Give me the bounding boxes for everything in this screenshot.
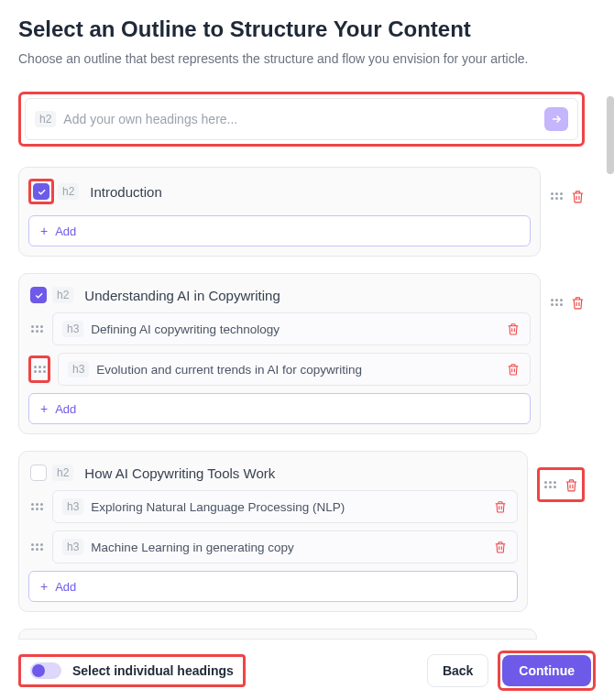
sub-heading-field[interactable]: h3Defining AI copywriting technology (52, 312, 531, 345)
section-title: Understanding AI in Copywriting (84, 288, 280, 303)
plus-icon: + (40, 224, 48, 238)
individual-headings-toggle[interactable] (30, 662, 61, 679)
section-row: h2Introduction+Add (18, 167, 585, 257)
sub-heading-field[interactable]: h3Exploring Natural Language Processing … (52, 490, 518, 523)
drag-highlight (28, 355, 50, 383)
outline-card: h2Introduction+Add (18, 167, 541, 257)
sub-heading-text: Exploring Natural Language Processing (N… (91, 500, 493, 514)
card-header: h2Introduction (28, 177, 531, 212)
checkbox-highlight (28, 285, 49, 305)
outline-card: h2Understanding AI in Copywritingh3Defin… (18, 273, 541, 434)
drag-handle-icon[interactable] (550, 295, 563, 310)
delete-sub-button[interactable] (506, 322, 521, 336)
add-heading-button[interactable]: +Add (28, 393, 531, 424)
sub-heading-text: Defining AI copywriting technology (91, 323, 506, 336)
drag-highlight (28, 498, 45, 516)
heading-level-tag: h3 (62, 498, 83, 515)
heading-input-placeholder: Add your own headings here... (63, 112, 539, 126)
checkbox-highlight (28, 463, 49, 483)
plus-icon: + (40, 401, 48, 416)
section-side-controls (550, 167, 585, 203)
drag-handle-icon[interactable] (30, 322, 43, 336)
section-row: h2Understanding AI in Copywritingh3Defin… (18, 273, 585, 434)
drag-handle-icon[interactable] (33, 362, 46, 377)
submit-heading-button[interactable] (544, 107, 568, 131)
page-title: Select an Outline to Structure Your Cont… (18, 16, 596, 42)
back-button[interactable]: Back (427, 654, 488, 687)
outline-card: h2How AI Copywriting Tools Workh3Explori… (18, 451, 528, 612)
add-label: Add (55, 580, 76, 594)
delete-section-button[interactable] (564, 477, 578, 492)
add-label: Add (55, 224, 76, 238)
heading-input-highlight: h2 Add your own headings here... (18, 92, 585, 147)
heading-level-tag: h2 (52, 287, 73, 303)
section-side-controls (550, 273, 585, 310)
drag-handle-icon[interactable] (550, 189, 563, 203)
section-title: Introduction (90, 184, 161, 200)
continue-highlight: Continue (498, 651, 596, 691)
sub-heading-field[interactable]: h3Evolution and current trends in AI for… (58, 353, 531, 386)
section-title: How AI Copywriting Tools Work (84, 465, 275, 481)
sub-heading-text: Evolution and current trends in AI for c… (96, 363, 506, 377)
sub-heading-row: h3Exploring Natural Language Processing … (28, 490, 518, 523)
sub-heading-text: Machine Learning in generating copy (91, 541, 493, 554)
toggle-knob (32, 664, 45, 677)
toggle-highlight: Select individual headings (18, 654, 246, 687)
arrow-right-icon (550, 113, 563, 126)
page-subtitle: Choose an outline that best represents t… (18, 51, 596, 66)
delete-sub-button[interactable] (493, 540, 508, 554)
card-header: h2Understanding AI in Copywriting (28, 283, 531, 312)
sub-heading-row: h3Defining AI copywriting technology (28, 312, 531, 345)
drag-handle-icon[interactable] (30, 499, 43, 514)
heading-level-tag: h2 (58, 183, 79, 200)
add-heading-button[interactable]: +Add (28, 571, 518, 602)
section-checkbox[interactable] (30, 287, 47, 303)
add-label: Add (55, 402, 76, 416)
drag-handle-icon[interactable] (543, 477, 556, 492)
delete-sub-button[interactable] (493, 499, 508, 514)
drag-handle-icon[interactable] (30, 540, 43, 554)
scrollbar-thumb[interactable] (607, 96, 614, 174)
delete-section-button[interactable] (570, 295, 585, 310)
toggle-label: Select individual headings (72, 663, 234, 678)
drag-highlight (28, 538, 45, 556)
partial-next-card (18, 629, 537, 640)
card-header: h2How AI Copywriting Tools Work (28, 461, 518, 490)
checkbox-highlight (28, 179, 54, 204)
add-heading-button[interactable]: +Add (28, 215, 531, 246)
heading-level-tag: h2 (52, 465, 73, 481)
section-checkbox[interactable] (33, 183, 49, 200)
section-row: h2How AI Copywriting Tools Workh3Explori… (18, 451, 585, 612)
section-checkbox[interactable] (30, 465, 47, 481)
heading-tag-label: h2 (35, 111, 56, 127)
section-side-controls (537, 467, 585, 502)
heading-level-tag: h3 (62, 539, 83, 555)
continue-button[interactable]: Continue (502, 655, 591, 686)
sub-heading-field[interactable]: h3Machine Learning in generating copy (52, 530, 518, 563)
heading-level-tag: h3 (62, 321, 83, 337)
sub-heading-row: h3Evolution and current trends in AI for… (28, 353, 531, 386)
drag-highlight (28, 320, 45, 338)
plus-icon: + (40, 579, 48, 594)
footer-bar: Select individual headings Back Continue (18, 651, 596, 691)
heading-input[interactable]: h2 Add your own headings here... (25, 98, 578, 140)
delete-sub-button[interactable] (506, 362, 521, 377)
heading-level-tag: h3 (68, 361, 89, 377)
delete-section-button[interactable] (570, 189, 585, 203)
sub-heading-row: h3Machine Learning in generating copy (28, 530, 518, 563)
